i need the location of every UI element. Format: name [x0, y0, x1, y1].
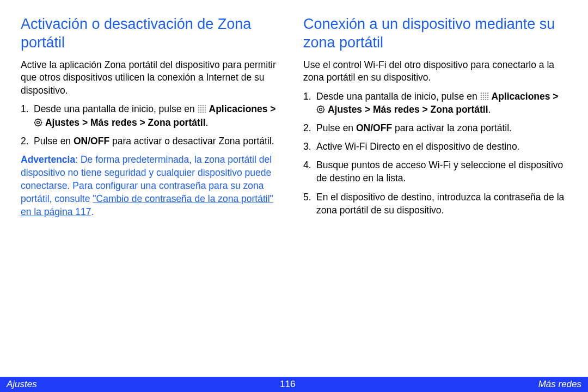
left-step-1: Desde una pantalla de inicio, pulse en A… [21, 102, 285, 128]
settings-gear-icon [34, 117, 42, 126]
svg-point-4 [198, 107, 199, 109]
right-heading: Conexión a un dispositivo mediante su zo… [303, 15, 567, 52]
step-path-b: Ajustes > Más redes > Zona portátil [328, 104, 488, 115]
svg-point-38 [480, 99, 482, 100]
right-step-3: Active Wi-Fi Directo en el dispositivo d… [303, 140, 567, 153]
svg-point-35 [482, 96, 484, 98]
apps-grid-icon [198, 103, 206, 112]
left-step-2: Pulse en ON/OFF para activar o desactiva… [21, 134, 285, 148]
footer-right: Más redes [538, 379, 581, 390]
step-text: Pulse en [34, 136, 74, 146]
svg-point-0 [198, 105, 199, 107]
right-steps: Desde una pantalla de inicio, pulse en A… [303, 90, 567, 217]
warning-text: Advertencia: De forma predeterminada, la… [21, 153, 285, 219]
onoff-label: ON/OFF [356, 122, 392, 133]
step-text: Desde una pantalla de inicio, pulse en [316, 91, 480, 102]
onoff-label: ON/OFF [74, 136, 109, 146]
svg-point-13 [200, 112, 201, 113]
page-footer: Ajustes 116 Más redes [0, 377, 588, 392]
svg-point-2 [202, 105, 204, 107]
step-text-tail: para activar o desactivar Zona portátil. [109, 136, 274, 146]
svg-point-33 [487, 94, 488, 96]
svg-point-43 [320, 108, 322, 111]
svg-point-39 [482, 99, 484, 100]
svg-point-11 [204, 109, 206, 111]
left-lead: Active la aplicación Zona portátil del d… [21, 59, 285, 97]
svg-point-10 [202, 109, 204, 111]
apps-grid-icon [480, 91, 489, 100]
svg-point-8 [198, 109, 199, 111]
svg-point-41 [487, 99, 488, 100]
footer-page-number: 116 [280, 379, 295, 390]
left-heading: Activación o desactivación de Zona portá… [21, 15, 285, 52]
right-step-4: Busque puntos de acceso Wi-Fi y seleccio… [303, 158, 567, 185]
right-column: Conexión a un dispositivo mediante su zo… [303, 15, 567, 371]
svg-point-31 [482, 94, 484, 96]
svg-point-28 [485, 92, 486, 94]
step-period: . [206, 117, 209, 128]
settings-gear-icon [316, 104, 325, 113]
svg-point-32 [485, 94, 486, 96]
step-text: Pulse en [316, 122, 356, 133]
left-column: Activación o desactivación de Zona portá… [21, 15, 285, 371]
step-path-a: Aplicaciones > [209, 103, 276, 114]
svg-point-3 [204, 105, 206, 107]
left-steps: Desde una pantalla de inicio, pulse en A… [21, 102, 285, 147]
svg-point-29 [487, 92, 488, 94]
svg-point-37 [487, 96, 488, 98]
right-step-5: En el dispositivo de destino, introduzca… [303, 191, 567, 217]
warning-tail: . [91, 206, 94, 217]
footer-left: Ajustes [7, 379, 37, 390]
warning-label: Advertencia [21, 154, 75, 165]
svg-point-1 [200, 105, 201, 107]
svg-point-36 [485, 96, 486, 98]
svg-point-34 [480, 96, 482, 98]
svg-point-9 [200, 109, 201, 111]
right-step-1: Desde una pantalla de inicio, pulse en A… [303, 90, 567, 116]
svg-point-12 [198, 112, 199, 113]
right-lead: Use el control Wi-Fi del otro dispositiv… [303, 59, 567, 84]
step-path-b: Ajustes > Más redes > Zona portátil [45, 117, 206, 128]
svg-point-27 [482, 92, 484, 94]
svg-point-7 [204, 107, 206, 109]
svg-point-40 [485, 99, 486, 100]
svg-point-6 [202, 107, 204, 109]
svg-point-5 [200, 107, 201, 109]
page-content: Activación o desactivación de Zona portá… [0, 0, 588, 377]
svg-point-17 [37, 121, 40, 124]
manual-page: Activación o desactivación de Zona portá… [0, 0, 588, 392]
step-text: Desde una pantalla de inicio, pulse en [34, 103, 198, 114]
svg-point-30 [480, 94, 482, 96]
step-path-a: Aplicaciones > [492, 91, 559, 102]
svg-point-26 [480, 92, 482, 94]
step-text-tail: para activar la zona portátil. [392, 122, 512, 133]
svg-point-14 [202, 112, 204, 113]
right-step-2: Pulse en ON/OFF para activar la zona por… [303, 121, 567, 134]
step-period: . [488, 104, 491, 115]
svg-point-15 [204, 112, 206, 113]
